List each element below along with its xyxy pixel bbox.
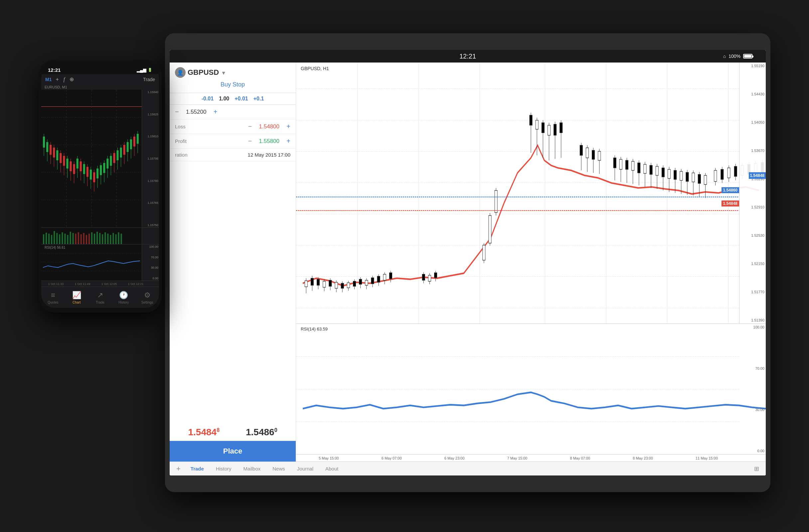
order-row-profit: Profit − 1.55800 + [170, 134, 296, 149]
phone-tab-history[interactable]: 🕐 History [112, 291, 135, 304]
phone-chart-svg [41, 90, 142, 227]
svg-rect-181 [54, 231, 55, 244]
place-button[interactable]: Place [170, 441, 296, 462]
tablet-tab-journal[interactable]: Journal [292, 464, 319, 473]
phone-tab-settings[interactable]: ⚙ Settings [135, 291, 159, 304]
phone-price-7: 1.15750 [143, 224, 158, 227]
phone-time-3: 1 Oct 12:05 [101, 282, 117, 286]
svg-rect-172 [130, 139, 132, 149]
phone-price-2: 1.15825 [143, 113, 158, 116]
tablet-tab-history[interactable]: History [210, 464, 237, 473]
tablet-layout-button[interactable]: ⊞ [754, 465, 759, 473]
svg-rect-99 [727, 168, 730, 178]
svg-rect-89 [692, 173, 694, 182]
svg-rect-43 [530, 115, 532, 125]
tablet-tab-trade[interactable]: Trade [185, 464, 209, 473]
adj-minus-001[interactable]: -0.01 [202, 96, 213, 102]
price-axis: 1.55190 1.54430 1.54050 1.53670 1.53290 … [739, 63, 766, 323]
loss-minus[interactable]: − [248, 123, 252, 130]
svg-rect-69 [632, 161, 634, 170]
svg-rect-27 [383, 274, 386, 280]
phone-timeframe[interactable]: M1 [45, 77, 52, 82]
adj-plus-01[interactable]: +0.1 [254, 96, 264, 102]
svg-rect-128 [56, 150, 58, 160]
order-symbol-name: GBPUSD ▼ [188, 68, 226, 77]
svg-rect-162 [113, 153, 115, 163]
svg-rect-124 [50, 145, 52, 155]
main-chart[interactable]: GBPUSD, H1 [296, 63, 766, 324]
tablet-add-button[interactable]: + [176, 464, 180, 473]
price-plus[interactable]: + [213, 108, 218, 116]
profit-label: Profit [175, 138, 248, 144]
phone-tab-trade[interactable]: ↗ Trade [88, 291, 112, 304]
add-icon[interactable]: + [55, 76, 58, 83]
price-minus[interactable]: − [175, 108, 179, 116]
adj-100[interactable]: 1.00 [219, 96, 229, 102]
svg-rect-190 [78, 232, 79, 244]
order-price-sell: 1.54848 [175, 427, 233, 438]
tablet-tab-mailbox[interactable]: Mailbox [238, 464, 266, 473]
order-adjustments: -0.01 1.00 +0.01 +0.1 [170, 93, 296, 105]
svg-rect-91 [698, 175, 701, 183]
svg-rect-31 [422, 274, 425, 280]
svg-rect-204 [115, 234, 117, 244]
svg-rect-132 [63, 156, 65, 166]
order-prices: 1.54848 1.54860 [170, 424, 296, 441]
objects-icon[interactable]: ⊕ [70, 76, 74, 83]
phone-volume-axis [142, 228, 159, 244]
tablet-tab-news[interactable]: News [267, 464, 290, 473]
svg-rect-197 [97, 232, 98, 244]
svg-rect-85 [680, 171, 683, 180]
phone-tab-quotes[interactable]: ≡ Quotes [41, 291, 65, 304]
price-tick-2: 1.54430 [741, 92, 764, 96]
battery-text: 100% [728, 54, 740, 59]
svg-rect-202 [110, 235, 111, 244]
phone-price-axis: 1.15840 1.15825 1.15810 1.15795 1.15780 … [142, 90, 159, 227]
phone-tab-history-label: History [118, 301, 129, 304]
phone-rsi-area: RSI(14) 56.61 100.00 70.00 30.00 0.00 [41, 244, 159, 281]
rsi-chart[interactable]: RSI(14) 63.59 100.00 70.00 30.00 [296, 324, 766, 454]
svg-rect-87 [686, 172, 689, 181]
phone-time: 12:21 [48, 67, 61, 73]
svg-rect-144 [83, 164, 85, 174]
phone-tab-trade-label: Trade [96, 301, 104, 304]
svg-rect-75 [650, 165, 652, 174]
phone-main-chart[interactable]: 1.15840 1.15825 1.15810 1.15795 1.15780 … [41, 90, 159, 227]
svg-rect-146 [86, 167, 88, 177]
svg-rect-97 [721, 169, 723, 179]
expiry-value: 12 May 2015 17:00 [248, 152, 290, 158]
adj-plus-001[interactable]: +0.01 [235, 96, 248, 102]
svg-rect-55 [580, 145, 583, 155]
loss-label: Loss [175, 124, 248, 129]
phone-trade-button[interactable]: Trade [143, 77, 155, 82]
svg-rect-134 [67, 159, 69, 169]
rsi-100: 100.00 [143, 245, 158, 248]
profit-plus[interactable]: + [287, 137, 290, 145]
phone: 12:21 ▂▄▆ 🔋 M1 + f ⊕ Trade EURUSD, M1 [39, 60, 162, 313]
chart-icon: 📈 [72, 291, 81, 300]
svg-rect-7 [323, 281, 326, 287]
tablet: 12:21 ⌂ 100% 👤 [165, 33, 770, 492]
loss-plus[interactable]: + [287, 123, 290, 130]
tablet-tab-about[interactable]: About [320, 464, 344, 473]
svg-rect-73 [644, 164, 646, 173]
svg-rect-195 [91, 232, 92, 244]
price-tick-3: 1.54050 [741, 120, 764, 124]
svg-rect-138 [73, 164, 75, 174]
phone-price-5: 1.15780 [143, 179, 158, 182]
price-tick-9: 1.51770 [741, 290, 764, 294]
svg-rect-67 [625, 160, 628, 169]
tablet-bottom-tabs: + Trade History Mailbox News Journal Abo… [170, 462, 766, 476]
svg-rect-17 [353, 281, 356, 286]
phone-tab-chart[interactable]: 📈 Chart [65, 291, 88, 304]
svg-rect-29 [389, 273, 392, 279]
tablet-status-right: ⌂ 100% [723, 54, 753, 59]
phone-tab-quotes-label: Quotes [48, 301, 58, 304]
svg-rect-65 [619, 159, 622, 169]
function-icon[interactable]: f [64, 76, 65, 83]
profit-minus[interactable]: − [248, 137, 252, 145]
svg-rect-95 [714, 170, 717, 181]
phone-toolbar-icons: + f ⊕ [55, 76, 143, 83]
svg-rect-79 [661, 168, 664, 177]
phone-rsi-axis: 100.00 70.00 30.00 0.00 [142, 244, 159, 281]
